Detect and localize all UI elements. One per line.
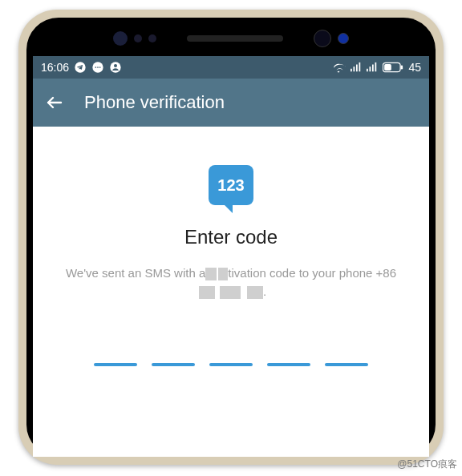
svg-point-3 (99, 67, 101, 68)
phone-bezel: 16:06 (26, 18, 436, 457)
svg-rect-16 (401, 65, 403, 69)
svg-point-5 (114, 64, 117, 67)
desc-mid: tivation code to your phone +8 (228, 266, 389, 280)
redact-mask (199, 286, 215, 299)
redact-mask (247, 286, 263, 299)
status-time: 16:06 (41, 61, 69, 74)
redact-mask (218, 268, 228, 280)
svg-rect-12 (372, 65, 374, 72)
wifi-icon (331, 62, 346, 73)
code-digit-4[interactable] (267, 363, 310, 366)
phone-frame: 16:06 (18, 10, 444, 465)
sms-icon: 123 (209, 165, 253, 205)
status-battery: 45 (408, 61, 421, 74)
svg-rect-6 (351, 69, 352, 72)
svg-rect-7 (354, 67, 355, 71)
signal-icon (367, 62, 378, 73)
svg-rect-15 (385, 64, 392, 71)
svg-rect-13 (375, 63, 377, 71)
description: We've sent an SMS with ativation code to… (57, 264, 405, 301)
svg-rect-10 (367, 69, 368, 72)
back-button[interactable] (44, 92, 65, 113)
redact-mask (205, 268, 217, 280)
screen: 16:06 (33, 56, 429, 457)
telegram-icon (74, 61, 87, 74)
chat-icon (91, 61, 104, 74)
person-icon (109, 61, 122, 74)
battery-icon (383, 62, 403, 73)
content-area: 123 Enter code We've sent an SMS with at… (33, 127, 429, 366)
signal-4g-icon (351, 62, 362, 73)
code-input-row[interactable] (57, 363, 405, 366)
sms-icon-text: 123 (217, 176, 244, 195)
desc-pre: We've sent an SMS with a (66, 266, 205, 280)
heading: Enter code (57, 226, 405, 248)
redact-mask (220, 286, 241, 299)
app-bar: Phone verification (33, 79, 429, 127)
status-bar: 16:06 (33, 56, 429, 79)
code-digit-2[interactable] (152, 363, 195, 366)
svg-point-1 (95, 67, 97, 68)
code-digit-5[interactable] (325, 363, 368, 366)
svg-rect-8 (356, 65, 358, 72)
svg-rect-9 (359, 63, 361, 71)
code-digit-3[interactable] (209, 363, 253, 366)
svg-rect-11 (370, 67, 371, 71)
watermark: @51CTO痕客 (397, 458, 457, 471)
svg-point-2 (97, 67, 99, 68)
phone-sensors (26, 27, 436, 50)
desc-post: . (263, 284, 266, 298)
page-title: Phone verification (84, 92, 225, 113)
code-digit-1[interactable] (94, 363, 137, 366)
